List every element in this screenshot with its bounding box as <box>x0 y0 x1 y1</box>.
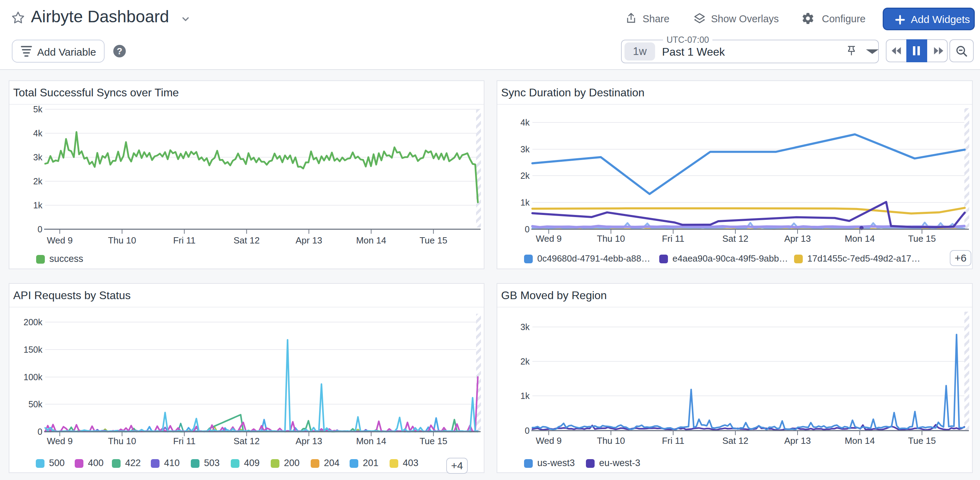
svg-text:100k: 100k <box>24 372 43 382</box>
svg-text:Mon 14: Mon 14 <box>845 233 875 244</box>
svg-text:204: 204 <box>324 458 339 468</box>
svg-text:+6: +6 <box>955 252 966 264</box>
svg-text:Wed 9: Wed 9 <box>47 235 73 246</box>
svg-text:503: 503 <box>204 458 220 468</box>
svg-text:2k: 2k <box>33 176 43 186</box>
svg-text:0: 0 <box>38 427 42 437</box>
svg-text:Fri 11: Fri 11 <box>662 435 685 446</box>
svg-text:410: 410 <box>164 458 180 468</box>
svg-text:500: 500 <box>49 458 65 468</box>
svg-text:Mon 14: Mon 14 <box>845 435 875 446</box>
svg-text:201: 201 <box>363 458 379 468</box>
svg-text:Mon 14: Mon 14 <box>356 436 387 446</box>
svg-text:eu-west-3: eu-west-3 <box>599 458 641 468</box>
svg-text:Fri 11: Fri 11 <box>173 436 196 446</box>
svg-text:Thu 10: Thu 10 <box>597 233 625 244</box>
svg-text:Apr 13: Apr 13 <box>295 436 322 446</box>
svg-text:Apr 13: Apr 13 <box>295 235 322 246</box>
svg-text:0: 0 <box>38 224 42 234</box>
svg-text:4k: 4k <box>33 128 43 138</box>
svg-text:Tue 15: Tue 15 <box>908 435 936 446</box>
svg-text:4k: 4k <box>520 118 530 127</box>
svg-text:Thu 10: Thu 10 <box>108 235 136 246</box>
svg-text:Apr 13: Apr 13 <box>784 435 811 446</box>
svg-text:1k: 1k <box>520 391 530 401</box>
svg-text:Fri 11: Fri 11 <box>173 235 196 246</box>
svg-text:400: 400 <box>88 458 103 468</box>
svg-text:Tue 15: Tue 15 <box>420 235 447 246</box>
svg-text:5k: 5k <box>33 105 43 114</box>
svg-text:Wed 9: Wed 9 <box>536 435 562 446</box>
svg-text:0: 0 <box>525 224 530 234</box>
svg-text:2k: 2k <box>520 171 530 180</box>
svg-text:success: success <box>49 254 83 264</box>
svg-text:Sat 12: Sat 12 <box>722 233 748 244</box>
svg-text:Sat 12: Sat 12 <box>234 235 259 246</box>
svg-text:422: 422 <box>125 458 141 468</box>
svg-text:50k: 50k <box>29 399 43 409</box>
svg-text:3k: 3k <box>33 152 43 162</box>
svg-text:Thu 10: Thu 10 <box>597 435 625 446</box>
svg-text:Sat 12: Sat 12 <box>722 435 748 446</box>
svg-text:200k: 200k <box>24 317 43 327</box>
svg-text:+4: +4 <box>451 460 463 471</box>
svg-text:Mon 14: Mon 14 <box>356 235 387 246</box>
svg-text:17d1455c-7ed5-49d2-a17…: 17d1455c-7ed5-49d2-a17… <box>807 253 920 264</box>
svg-text:403: 403 <box>403 458 418 468</box>
svg-text:150k: 150k <box>24 345 43 354</box>
svg-text:0c49680d-4791-4ebb-a88…: 0c49680d-4791-4ebb-a88… <box>537 253 650 264</box>
svg-text:Wed 9: Wed 9 <box>536 233 562 244</box>
svg-text:Sat 12: Sat 12 <box>234 436 259 446</box>
svg-text:0: 0 <box>525 426 530 435</box>
svg-text:200: 200 <box>284 458 299 468</box>
svg-text:Tue 15: Tue 15 <box>420 436 447 446</box>
svg-text:Wed 9: Wed 9 <box>47 436 73 446</box>
svg-text:3k: 3k <box>520 322 530 332</box>
svg-text:Tue 15: Tue 15 <box>908 233 936 244</box>
svg-text:Apr 13: Apr 13 <box>784 233 811 244</box>
svg-text:Fri 11: Fri 11 <box>662 233 685 244</box>
svg-text:1k: 1k <box>33 200 43 210</box>
svg-text:2k: 2k <box>520 357 530 366</box>
svg-text:3k: 3k <box>520 144 530 154</box>
svg-text:Thu 10: Thu 10 <box>108 436 136 446</box>
svg-text:us-west3: us-west3 <box>537 458 575 468</box>
svg-text:e4aea90a-90ca-49f5-9abb…: e4aea90a-90ca-49f5-9abb… <box>673 253 788 264</box>
svg-text:409: 409 <box>244 458 259 468</box>
svg-text:1k: 1k <box>520 198 530 207</box>
